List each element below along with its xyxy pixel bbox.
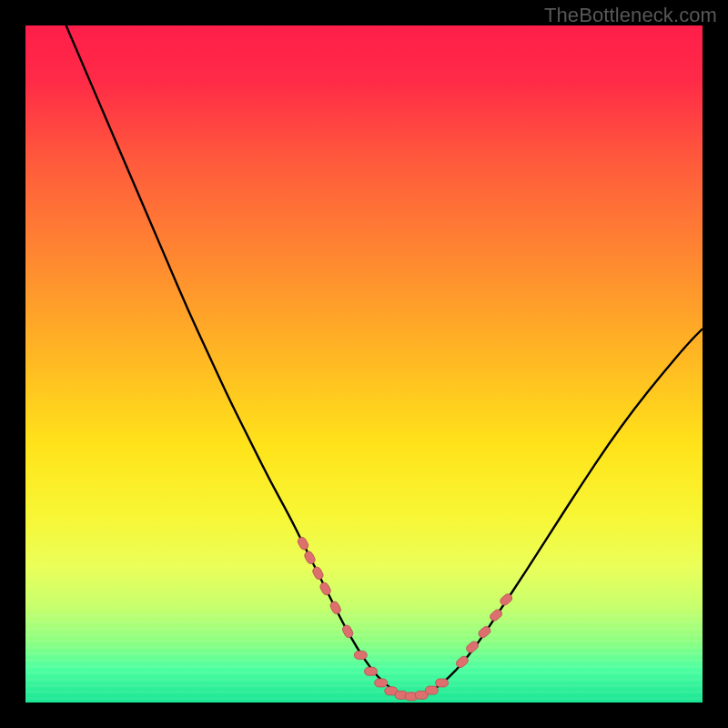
band-line [25,646,703,649]
gradient-bg [25,25,703,703]
band-line [25,678,703,681]
marker-pill [375,679,388,687]
band-line [25,672,703,674]
band-line [25,614,703,617]
band-line [25,633,703,636]
marker-pill [364,667,377,675]
band-line [25,665,703,668]
chart-frame [25,25,703,703]
marker-pill [425,686,438,694]
marker-pill [436,679,449,687]
band-line [25,697,703,700]
band-line [25,627,703,630]
band-line [25,640,703,642]
marker-pill [354,651,367,659]
band-line [25,621,703,623]
band-line [25,684,703,687]
watermark-text: TheBottleneck.com [544,4,717,27]
band-line [25,691,703,693]
chart-svg [25,25,703,703]
